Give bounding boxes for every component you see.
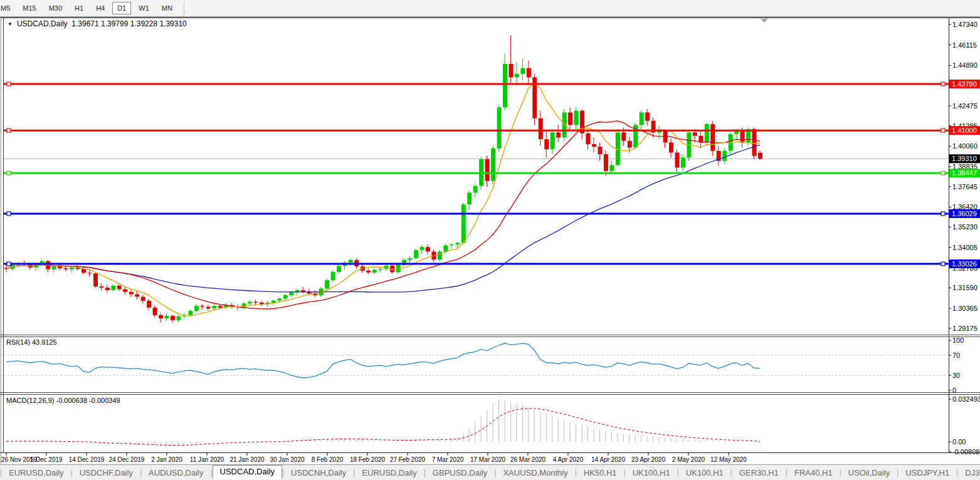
timeframe-button-w1[interactable]: W1 [134, 2, 154, 14]
svg-text:1.33026: 1.33026 [952, 260, 977, 268]
price-label-1.36029: 1.36029 [949, 209, 980, 218]
macd-indicator-label: MACD(12,26,9) -0.000638 -0.000349 [6, 397, 120, 404]
hline-1.36029[interactable] [4, 212, 949, 216]
tab-usdjpy-h1[interactable]: USDJPY,H1 [898, 466, 956, 479]
current-price-label: 1.39310 [949, 154, 980, 163]
date-tick-label: 14 Apr 2020 [591, 456, 625, 463]
date-tick-label: 24 Dec 2019 [109, 456, 145, 463]
hline-1.33026[interactable] [4, 262, 949, 266]
macd-tick-label: 0.00 [952, 438, 966, 446]
price-tick-label: 1.37645 [952, 183, 977, 190]
date-tick-label: 14 Dec 2019 [69, 456, 105, 463]
date-tick-label: 11 Jan 2020 [190, 456, 224, 463]
price-tick-label: 1.34005 [952, 244, 977, 251]
moving-average-medium [6, 121, 760, 309]
svg-text:1.36029: 1.36029 [952, 210, 977, 217]
rsi-tick-label: 70 [952, 352, 960, 359]
tab-usdcnh-daily[interactable]: USDCNH,Daily [284, 466, 353, 479]
svg-text:1.39310: 1.39310 [952, 155, 977, 162]
macd-tick-label: -0.008080 [952, 448, 980, 456]
rsi-line [6, 343, 760, 378]
svg-text:1.43780: 1.43780 [952, 80, 977, 88]
moving-average-slow [6, 145, 760, 292]
price-tick-label: 1.30365 [952, 305, 977, 312]
rsi-panel [4, 343, 949, 378]
price-label-1.33026: 1.33026 [949, 259, 980, 268]
hline-1.38447[interactable] [4, 171, 949, 175]
date-tick-label: 27 Feb 2020 [390, 456, 426, 463]
timeframe-button-h1[interactable]: H1 [70, 2, 88, 14]
timeframe-button-mn[interactable]: MN [157, 2, 177, 14]
price-axis[interactable]: 1.473401.461151.448901.436651.424751.412… [949, 21, 980, 456]
tab-xauusd-monthly[interactable]: XAUUSD,Monthly [496, 466, 574, 479]
date-tick-label: 30 Jan 2020 [270, 456, 304, 463]
date-tick-label: 2 May 2020 [672, 456, 705, 463]
price-tick-label: 1.42475 [952, 102, 977, 110]
date-tick-label: 4 Apr 2020 [553, 456, 584, 463]
date-tick-label: 7 Mar 2020 [432, 456, 464, 463]
price-tick-label: 1.46115 [952, 41, 977, 49]
svg-text:1.41000: 1.41000 [952, 127, 977, 134]
timeframe-button-m15[interactable]: M15 [18, 2, 41, 14]
candles-layer [4, 36, 762, 323]
price-tick-label: 1.40060 [952, 142, 977, 150]
hline-1.43780[interactable] [4, 82, 949, 86]
price-tick-label: 1.47340 [952, 21, 977, 28]
date-tick-label: 5 Dec 2019 [30, 456, 63, 463]
scroll-position-marker-icon[interactable] [761, 19, 768, 23]
chart-dropdown-icon[interactable]: ▼ [8, 21, 13, 27]
timeframe-toolbar: M5M15M30H1H4D1W1MN [0, 0, 980, 17]
timeframe-button-d1[interactable]: D1 [112, 2, 131, 14]
price-label-1.43780: 1.43780 [949, 80, 980, 88]
price-tick-label: 1.35230 [952, 223, 977, 231]
timeframe-button-m5[interactable]: M5 [0, 2, 15, 14]
rsi-tick-label: 0 [952, 387, 956, 394]
tab-usoil-daily[interactable]: USOil,Daily [841, 466, 897, 479]
chart-symbol-label: USDCAD,Daily [17, 19, 68, 28]
tab-uk100-h1[interactable]: UK100,H1 [626, 466, 677, 479]
date-tick-label: 23 Apr 2020 [631, 456, 665, 463]
rsi-indicator-label: RSI(14) 43.9125 [6, 338, 57, 346]
rsi-tick-label: 100 [952, 337, 964, 344]
date-axis[interactable]: 26 Nov 20195 Dec 201914 Dec 201924 Dec 2… [1, 453, 747, 463]
price-tick-label: 1.44890 [952, 61, 977, 69]
macd-panel [6, 399, 760, 446]
date-tick-label: 2 Jan 2020 [151, 456, 182, 463]
hline-1.41000[interactable] [4, 128, 949, 132]
price-label-1.41000: 1.41000 [949, 126, 980, 135]
tab-ger30-h1[interactable]: GER30,H1 [732, 466, 786, 479]
tab-audusd-daily[interactable]: AUDUSD,Daily [142, 466, 210, 479]
timeframe-button-m30[interactable]: M30 [44, 2, 67, 14]
tab-usdchf-daily[interactable]: USDCHF,Daily [73, 466, 140, 479]
date-tick-label: 12 May 2020 [710, 456, 747, 463]
chart-title: ▼USDCAD,Daily 1.39671 1.39799 1.39228 1.… [8, 19, 187, 28]
macd-tick-label: 0.032493 [952, 395, 980, 403]
price-label-1.38447: 1.38447 [949, 169, 980, 177]
tab-gbpusd-daily[interactable]: GBPUSD,Daily [426, 466, 494, 479]
symbol-tabbar: |EURUSD,Daily|USDCHF,Daily|AUDUSD,Daily|… [0, 464, 980, 480]
tab-eurusd-daily[interactable]: EURUSD,Daily [2, 466, 70, 479]
date-tick-label: 8 Feb 2020 [312, 456, 344, 463]
tab-hk50-h1[interactable]: HK50,H1 [577, 466, 624, 479]
date-tick-label: 26 Mar 2020 [510, 456, 546, 463]
svg-text:1.38447: 1.38447 [952, 169, 977, 177]
tab-dj30-h4[interactable]: DJ30,H4 [958, 466, 980, 479]
tab-usdcad-daily[interactable]: USDCAD,Daily [213, 465, 282, 479]
price-tick-label: 1.29175 [952, 325, 977, 332]
toolbar-separator [184, 3, 184, 14]
tab-eurusd-daily[interactable]: EURUSD,Daily [355, 466, 423, 479]
tab-uk100-h1[interactable]: UK100,H1 [679, 466, 730, 479]
mt4-application: M5M15M30H1H4D1W1MN ▼USDCAD,Daily 1.39671… [0, 0, 980, 480]
price-tick-label: 1.31590 [952, 284, 977, 291]
date-tick-label: 21 Jan 2020 [229, 456, 264, 463]
rsi-tick-label: 30 [952, 372, 960, 379]
date-tick-label: 18 Feb 2020 [350, 456, 386, 463]
chart-ohlc-values: 1.39671 1.39799 1.39228 1.39310 [71, 19, 187, 28]
timeframe-button-h4[interactable]: H4 [91, 2, 110, 14]
date-tick-label: 17 Mar 2020 [470, 456, 506, 463]
chart-canvas[interactable]: 1.473401.461151.448901.436651.424751.412… [0, 17, 980, 464]
tab-fra40-h1[interactable]: FRA40,H1 [788, 466, 840, 479]
